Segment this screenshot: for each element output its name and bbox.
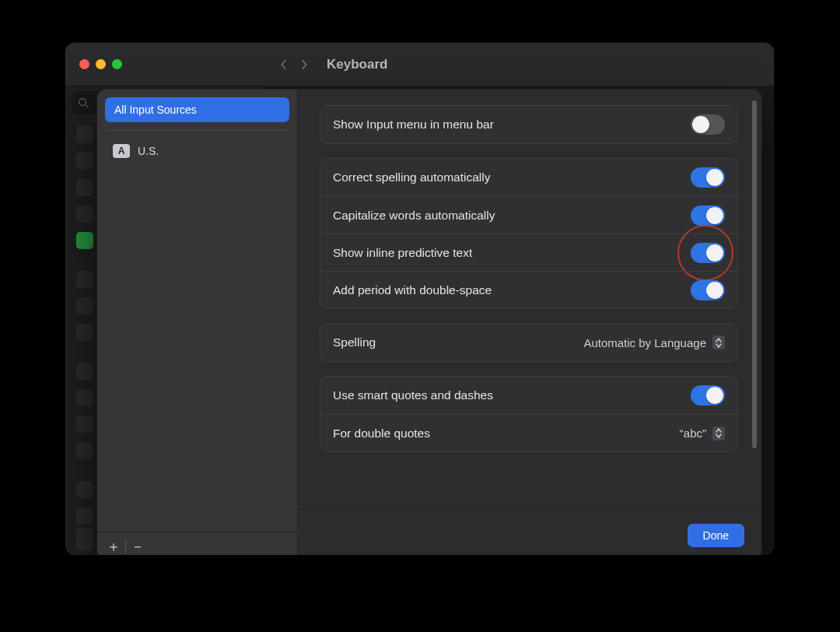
toggle-knob — [706, 244, 723, 262]
toggle[interactable] — [691, 243, 725, 263]
settings-row-label: Correct spelling automatically — [333, 170, 490, 184]
page-title: Keyboard — [327, 57, 387, 72]
all-input-sources-label: All Input Sources — [114, 104, 197, 116]
settings-group: Correct spelling automaticallyCapitalize… — [320, 158, 738, 309]
settings-group: Show Input menu in menu bar — [320, 105, 738, 144]
settings-row: Correct spelling automatically — [320, 159, 737, 196]
source-item-label: U.S. — [138, 145, 159, 157]
toggle-knob — [692, 116, 709, 133]
settings-row-label: For double quotes — [333, 427, 430, 441]
settings-row: Show inline predictive text — [320, 233, 737, 271]
sheet-content: Show Input menu in menu barCorrect spell… — [298, 90, 761, 555]
toggle-knob — [706, 282, 723, 299]
settings-group: SpellingAutomatic by Language — [320, 323, 738, 362]
add-source-button[interactable]: ＋ — [105, 536, 122, 556]
source-item[interactable]: AU.S. — [105, 139, 289, 163]
zoom-window-button[interactable] — [112, 59, 122, 69]
sheet-sidebar: All Input Sources AU.S. ＋ － — [97, 90, 298, 555]
settings-row-label: Use smart quotes and dashes — [333, 388, 493, 402]
settings-row-label: Show Input menu in menu bar — [333, 118, 494, 132]
select-stepper[interactable] — [712, 335, 725, 349]
settings-window: Keyboard Print — [65, 43, 774, 555]
settings-row: SpellingAutomatic by Language — [320, 324, 737, 361]
settings-row: For double quotes“abc” — [320, 414, 737, 451]
nav-back-button[interactable] — [275, 56, 292, 73]
settings-row-label: Show inline predictive text — [333, 246, 472, 260]
scrollbar[interactable] — [752, 100, 757, 505]
sidebar-divider — [107, 130, 288, 131]
nav-forward-button[interactable] — [296, 56, 313, 73]
settings-row-label: Spelling — [333, 335, 376, 349]
toggle-knob — [706, 169, 723, 186]
settings-row-label: Capitalize words automatically — [333, 209, 495, 223]
settings-scroll[interactable]: Show Input menu in menu barCorrect spell… — [298, 90, 761, 510]
scrollbar-thumb[interactable] — [752, 100, 757, 448]
minimize-window-button[interactable] — [96, 59, 106, 69]
done-button[interactable]: Done — [688, 524, 744, 547]
settings-row: Add period with double-space — [320, 271, 737, 308]
sheet-footer: Done — [298, 510, 761, 555]
select-value: “abc” — [680, 427, 706, 440]
nav-section: Keyboard — [275, 56, 387, 73]
select-stepper[interactable] — [712, 427, 725, 441]
keycap-icon: A — [113, 144, 130, 158]
traffic-lights — [79, 59, 122, 69]
close-window-button[interactable] — [79, 59, 89, 69]
input-sources-sheet: All Input Sources AU.S. ＋ － Show Input m… — [97, 90, 761, 555]
titlebar: Keyboard — [65, 43, 774, 86]
settings-group: Use smart quotes and dashesFor double qu… — [320, 376, 738, 452]
sources-list: AU.S. — [105, 139, 289, 163]
done-button-label: Done — [703, 529, 729, 542]
toggle[interactable] — [691, 385, 725, 406]
toggle[interactable] — [691, 205, 725, 226]
remove-source-button[interactable]: － — [129, 536, 146, 556]
toggle[interactable] — [691, 167, 725, 188]
toggle[interactable] — [691, 280, 725, 300]
sidebar-footer: ＋ － — [97, 532, 297, 555]
settings-row-label: Add period with double-space — [333, 283, 492, 297]
settings-row: Use smart quotes and dashes — [320, 377, 737, 414]
toggle[interactable] — [691, 114, 725, 135]
toggle-knob — [706, 387, 723, 404]
toggle-knob — [706, 207, 723, 224]
all-input-sources-item[interactable]: All Input Sources — [105, 97, 289, 122]
settings-row: Capitalize words automatically — [320, 196, 737, 233]
select-value: Automatic by Language — [583, 336, 706, 349]
footer-divider — [125, 539, 126, 553]
settings-row: Show Input menu in menu bar — [320, 106, 737, 143]
